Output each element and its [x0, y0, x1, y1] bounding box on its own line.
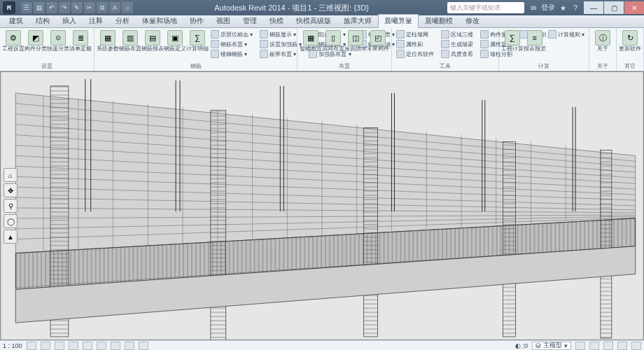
- scale-label[interactable]: 1 : 100: [3, 342, 22, 349]
- tab-6[interactable]: 协作: [183, 14, 210, 27]
- model-canvas[interactable]: [1, 72, 643, 340]
- panel-title: 设置: [3, 62, 91, 71]
- tab-7[interactable]: 视图: [210, 14, 237, 27]
- ribbon-sm-1-1[interactable]: 钢筋布置 ▾: [209, 39, 254, 49]
- tab-8[interactable]: 管理: [237, 14, 263, 27]
- tab-2[interactable]: 插入: [56, 14, 83, 27]
- mail-icon[interactable]: ✉: [528, 3, 538, 13]
- ribbon-icon: ⚙: [6, 30, 21, 46]
- qat-open-icon[interactable]: ▤: [34, 2, 45, 13]
- small-icon: [480, 50, 489, 58]
- ribbon-sm-3-5[interactable]: 高度查看: [440, 49, 475, 59]
- ribbon-btn-2-2[interactable]: ◫屋面防水: [345, 29, 366, 53]
- ribbon-sm-4-0[interactable]: 计算规则 ▾: [547, 29, 586, 39]
- tab-13[interactable]: 晨曦翻模: [419, 14, 459, 27]
- tab-12[interactable]: 晨曦算量: [378, 14, 419, 28]
- select-face-icon[interactable]: [617, 342, 627, 350]
- lock-3d-icon[interactable]: [111, 342, 120, 350]
- drag-elements-icon[interactable]: [631, 342, 641, 350]
- ribbon-sm-1-5[interactable]: 板带布置 ▾: [258, 49, 303, 59]
- ribbon-sm-3-4[interactable]: 生成墙梁: [440, 39, 475, 49]
- ribbon-sm-1-4[interactable]: 设置加强筋 ▾: [258, 39, 303, 49]
- ribbon-icon: ↻: [622, 30, 638, 46]
- ribbon-sm-3-2[interactable]: 定位布软件: [395, 49, 435, 59]
- qat-edit-icon[interactable]: ✎: [71, 2, 83, 13]
- tab-11[interactable]: 族库大师: [337, 14, 378, 27]
- help-search-input[interactable]: 键入关键字或短语: [447, 2, 524, 13]
- tab-1[interactable]: 结构: [29, 14, 56, 27]
- tab-5[interactable]: 体量和场地: [136, 14, 183, 27]
- temp-hide-icon[interactable]: [125, 342, 134, 350]
- select-links-icon[interactable]: [589, 342, 599, 350]
- sign-in-link[interactable]: 登录: [541, 3, 555, 13]
- ribbon-btn2-0-0[interactable]: ⛭快速分类: [48, 29, 69, 53]
- 3d-viewport[interactable]: ⌂ ✥ ⚲ ◯ ▲: [0, 71, 644, 340]
- nav-cube-icon[interactable]: ▲: [4, 230, 18, 244]
- title-bar: R ☰ ▤ ↶ ↷ ✎ ✂ ⧉ A ⌕ Autodesk Revit 2014 …: [0, 0, 644, 15]
- ribbon-btn-1-1[interactable]: ▥钢筋布置: [120, 29, 141, 60]
- ribbon-btn-2-0[interactable]: ▦智能布置: [300, 29, 321, 53]
- ribbon-sm-3-0[interactable]: 定柱墙网: [395, 29, 435, 39]
- ribbon-sm-1-2[interactable]: 楼梯钢筋 ▾: [209, 49, 254, 59]
- nav-orbit-icon[interactable]: ◯: [4, 214, 18, 228]
- nav-home-icon[interactable]: ⌂: [4, 168, 18, 182]
- tab-10[interactable]: 快模高级版: [290, 14, 337, 27]
- qat-cut-icon[interactable]: ✂: [84, 2, 95, 13]
- panel-1: ▦系统参数▥钢筋布置▤钢筋报表▣钢筋定义∑计算明细原层位标志 ▾钢筋布置 ▾楼梯…: [94, 28, 298, 71]
- ribbon-label: 快速分类: [47, 46, 69, 52]
- reveal-hidden-icon[interactable]: [139, 342, 148, 350]
- small-icon: [260, 50, 268, 58]
- ribbon-sm-3-1[interactable]: 属性刷: [395, 39, 435, 49]
- nav-zoom-icon[interactable]: ⚲: [4, 199, 18, 213]
- ribbon-btn2-0-1[interactable]: ≣清单定额: [70, 29, 91, 53]
- ribbon-btn-0-0[interactable]: ⚙工程设置: [3, 29, 24, 53]
- workset-selector[interactable]: ⛁主模型▾: [532, 342, 571, 350]
- small-icon: [548, 30, 556, 38]
- ribbon-sm-3-3[interactable]: 区域三维: [440, 29, 475, 39]
- tab-3[interactable]: 注释: [83, 14, 109, 27]
- select-pinned-icon[interactable]: [603, 342, 613, 350]
- tab-14[interactable]: 修改: [459, 14, 486, 27]
- shadows-icon[interactable]: [69, 342, 78, 350]
- tab-9[interactable]: 快模: [263, 14, 290, 27]
- ribbon-sm-1-0[interactable]: 原层位标志 ▾: [209, 29, 254, 39]
- sun-path-icon[interactable]: [55, 342, 64, 350]
- ribbon-label: 钢筋报表: [141, 46, 164, 52]
- close-button[interactable]: ✕: [624, 1, 644, 14]
- filter-icon[interactable]: [575, 342, 585, 350]
- ribbon-sm-1-3[interactable]: 钢筋显示 ▾: [258, 29, 303, 39]
- ribbon-btn-1-3[interactable]: ▣钢筋定义: [164, 29, 186, 60]
- crop-region-icon[interactable]: [97, 342, 106, 350]
- help-icon[interactable]: ?: [570, 3, 580, 13]
- ribbon-btn-4-1[interactable]: ≡报表预览: [524, 29, 545, 60]
- ribbon-btn-1-4[interactable]: ∑计算明细: [187, 29, 208, 60]
- ribbon-btn-4-0[interactable]: ∑工程计算: [502, 29, 523, 60]
- visual-style-icon[interactable]: [41, 342, 50, 350]
- qat-redo-icon[interactable]: ↷: [59, 2, 70, 13]
- minimize-button[interactable]: —: [584, 1, 603, 14]
- small-label: 定柱墙网: [406, 31, 428, 38]
- qat-menu-icon[interactable]: ☰: [21, 2, 32, 13]
- favorite-icon[interactable]: ★: [558, 3, 568, 13]
- ribbon-btn-1-0[interactable]: ▦系统参数: [97, 29, 118, 60]
- ribbon-btn-1-2[interactable]: ▤钢筋报表: [142, 29, 163, 60]
- app-menu-button[interactable]: R: [3, 1, 15, 14]
- ribbon-icon: ∑: [505, 30, 520, 46]
- qat-text-icon[interactable]: A: [109, 2, 120, 13]
- crop-view-icon[interactable]: [83, 342, 92, 350]
- qat-copy-icon[interactable]: ⧉: [97, 2, 108, 13]
- ribbon-btn-0-1[interactable]: ◩构件分类: [25, 29, 46, 53]
- qat-find-icon[interactable]: ⌕: [122, 2, 133, 13]
- ribbon-icon: ≡: [527, 30, 542, 46]
- qat-undo-icon[interactable]: ↶: [46, 2, 57, 13]
- detail-level-icon[interactable]: [27, 342, 36, 350]
- tab-4[interactable]: 分析: [109, 14, 136, 27]
- maximize-button[interactable]: ▢: [604, 1, 624, 14]
- nav-pan-icon[interactable]: ✥: [4, 183, 18, 197]
- ribbon-btn-2-1[interactable]: ▯房间布置: [323, 29, 344, 53]
- ribbon-btn-2-3[interactable]: ◰零星构件: [368, 29, 388, 53]
- small-icon: [260, 30, 268, 38]
- ribbon-btn-5-0[interactable]: ⓘ关于: [592, 29, 613, 53]
- tab-0[interactable]: 建筑: [3, 14, 29, 27]
- ribbon-btn-6-0[interactable]: ↻更新软件: [620, 29, 640, 53]
